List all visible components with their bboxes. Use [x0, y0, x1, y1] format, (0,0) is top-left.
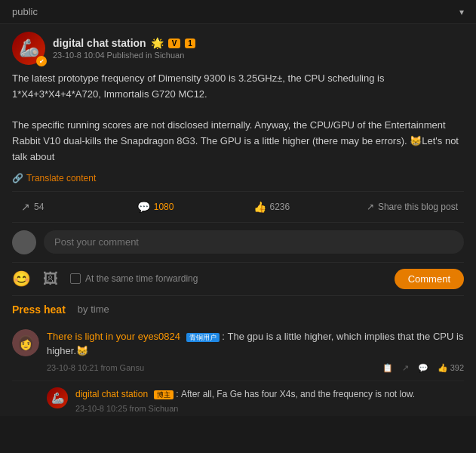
comment-action[interactable]: 💬 1080 — [128, 198, 244, 216]
reply-item-1: 🦾 digital chat station 博主 : After all, F… — [12, 381, 464, 416]
commenter-avatar — [12, 230, 36, 254]
share-icon: ↗ — [21, 201, 30, 213]
filter-time-button[interactable]: by time — [78, 304, 109, 315]
reply-avatar-1: 🦾 — [47, 387, 68, 408]
post-header: 🦾 ✔ digital chat station 🌟 V 1 23-10-8 1… — [12, 32, 464, 65]
comment-author-row-1: There is light in your eyes0824 青铜用户 : T… — [47, 329, 464, 359]
post-actions-bar: ↗ 54 💬 1080 👍 6236 ↗ Share this blog pos… — [12, 191, 464, 223]
visibility-label: public — [12, 6, 38, 17]
post-paragraph-1: The latest prototype frequency of Dimens… — [12, 71, 464, 103]
comment-like-count-1: 392 — [450, 363, 464, 372]
author-name: digital chat station — [53, 37, 146, 49]
comment-actions-1: 📋 ↗ 💬 👍 392 — [382, 363, 464, 373]
share-count: 54 — [34, 202, 44, 212]
comment-badge-1: 青铜用户 — [186, 333, 220, 342]
share-blog-label: Share this blog post — [378, 202, 458, 212]
share-blog-action[interactable]: ↗ Share this blog post — [360, 202, 464, 212]
reply-body-1: digital chat station 博主 : After all, Fa … — [75, 387, 464, 413]
comment-share-icon[interactable]: ↗ — [402, 363, 409, 373]
comment-like-icon: 👍 — [438, 363, 448, 373]
like-action[interactable]: 👍 6236 — [244, 198, 361, 216]
comment-input-row — [12, 223, 464, 263]
avatar: 🦾 ✔ — [12, 32, 45, 65]
comment-submit-button[interactable]: Comment — [395, 269, 464, 289]
post-meta: 23-10-8 10:04 Published in Sichuan — [53, 51, 195, 60]
like-icon: 👍 — [253, 201, 266, 213]
post-paragraph-2: The specific running scores are not disc… — [12, 118, 464, 165]
comment-toolbar: 😊 🖼 At the same time forwarding Comment — [12, 263, 464, 296]
post-content: The latest prototype frequency of Dimens… — [12, 71, 464, 165]
forward-row: At the same time forwarding — [70, 273, 382, 284]
reply-badge-1: 博主 — [154, 390, 174, 399]
comment-count: 1080 — [154, 202, 174, 212]
comment-author-1: There is light in your eyes0824 — [47, 331, 180, 342]
level-badge: 1 — [185, 39, 195, 48]
visibility-bar[interactable]: public ▾ — [0, 0, 476, 24]
comment-icon: 💬 — [137, 201, 150, 213]
translate-icon: 🔗 — [12, 173, 23, 183]
author-emoji: 🌟 — [151, 37, 164, 49]
share-action[interactable]: ↗ 54 — [12, 198, 128, 216]
filter-hot-button[interactable]: Press heat — [12, 304, 66, 316]
translate-label: Translate content — [26, 173, 96, 183]
share-blog-icon: ↗ — [367, 202, 374, 212]
comment-input[interactable] — [44, 230, 464, 254]
comment-copy-icon[interactable]: 📋 — [382, 363, 393, 373]
like-count: 6236 — [270, 202, 290, 212]
comment-avatar-img-1: 👩 — [12, 329, 39, 356]
comment-like-action[interactable]: 👍 392 — [438, 363, 464, 373]
comment-reply-icon[interactable]: 💬 — [418, 363, 428, 373]
author-info: digital chat station 🌟 V 1 23-10-8 10:04… — [53, 37, 195, 60]
reply-time-1: 23-10-8 10:25 from Sichuan — [75, 404, 178, 413]
emoji-picker-icon[interactable]: 😊 — [12, 270, 31, 288]
comment-body-1: There is light in your eyes0824 青铜用户 : T… — [47, 329, 464, 373]
chevron-down-icon: ▾ — [459, 7, 464, 17]
forward-checkbox[interactable] — [70, 273, 81, 284]
reply-text-1: : After all, Fa Ge has four X4s, and the… — [176, 389, 415, 399]
forward-label: At the same time forwarding — [85, 273, 198, 284]
translate-link[interactable]: 🔗 Translate content — [12, 173, 464, 183]
reply-author-row-1: digital chat station 博主 : After all, Fa … — [75, 387, 464, 401]
v-badge: V — [168, 39, 181, 48]
verified-badge: ✔ — [36, 56, 47, 66]
comment-time-1: 23-10-8 10:21 from Gansu — [47, 363, 144, 372]
comments-section: 👩 There is light in your eyes0824 青铜用户 :… — [0, 322, 476, 416]
comment-meta-1: 23-10-8 10:21 from Gansu 📋 ↗ 💬 👍 392 — [47, 363, 464, 373]
post-container: 🦾 ✔ digital chat station 🌟 V 1 23-10-8 1… — [0, 24, 476, 322]
filter-row: Press heat by time — [12, 296, 464, 322]
reply-author-1: digital chat station — [75, 389, 148, 399]
reply-meta-1: 23-10-8 10:25 from Sichuan — [75, 404, 464, 413]
comment-item: 👩 There is light in your eyes0824 青铜用户 :… — [12, 322, 464, 381]
image-upload-icon[interactable]: 🖼 — [43, 270, 58, 288]
author-name-row: digital chat station 🌟 V 1 — [53, 37, 195, 49]
comment-avatar-1: 👩 — [12, 329, 39, 356]
